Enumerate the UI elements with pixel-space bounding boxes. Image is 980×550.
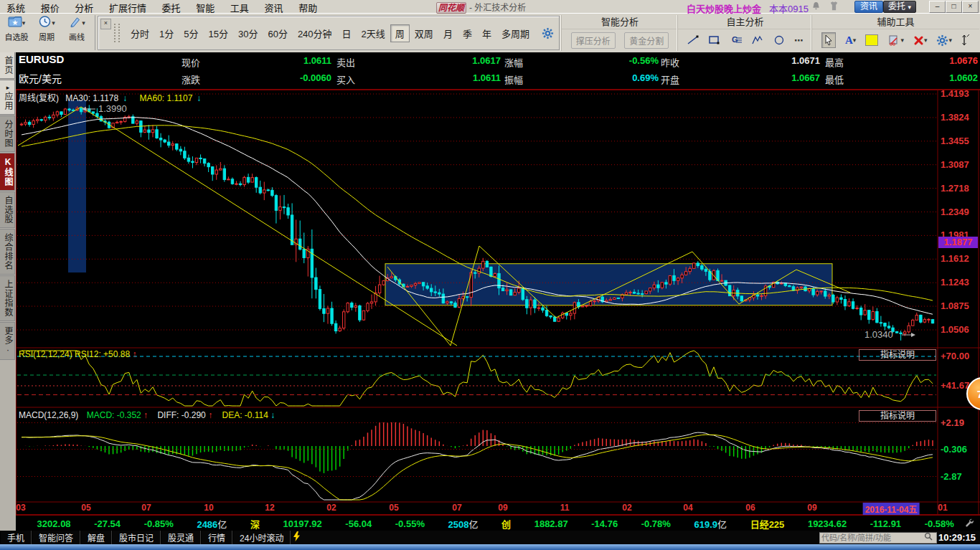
index-quotes: 沪3202.08-27.54-0.85%2486亿深10197.92-56.04… (0, 517, 958, 531)
trade-button[interactable]: 委托 ▾ (883, 1, 916, 13)
clock-icon (38, 15, 52, 30)
timeframe-双周[interactable]: 双周 (410, 24, 438, 42)
quote-label-change-pct: 涨幅 (504, 55, 523, 69)
more-tools-icon[interactable]: ⋯ (794, 35, 804, 46)
macd-legend: MACD(12,26,9) MACD: -0.352 ↑ DIFF: -0.29… (19, 410, 275, 420)
settings-wrench-icon[interactable] (964, 518, 974, 530)
timeframe-年[interactable]: 年 (477, 24, 496, 42)
menu-help[interactable]: 帮助 (292, 0, 324, 15)
news-button[interactable]: 资讯 (854, 1, 883, 13)
menu-tools[interactable]: 工具 (224, 0, 255, 15)
quote-label-high: 最高 (825, 55, 844, 69)
quick-button-label: 自选股 (1, 31, 32, 42)
taskbar-item-解盘[interactable]: 解盘 (80, 531, 112, 544)
timeframe-分时[interactable]: 分时 (126, 24, 154, 42)
wave-tool-icon[interactable] (751, 34, 764, 46)
menu-system[interactable]: 系统 (0, 0, 32, 15)
promo-link[interactable]: 白天炒股晚上炒金 (687, 1, 761, 15)
menu-quotes[interactable]: 报价 (34, 0, 66, 15)
quick-buttons-group: ★▾ 自选股 ▾ 周期 ▾ 画线 (1, 15, 95, 50)
candlestick-chart[interactable]: 1.39901.0340 (16, 90, 980, 515)
index-turnover: 2486亿 (197, 517, 227, 531)
watchlist-button[interactable]: ★▾ 自选股 (1, 15, 32, 49)
menu-analysis[interactable]: 分析 (68, 0, 100, 15)
close-icon[interactable]: × (100, 19, 111, 29)
taskbar-item-行情[interactable]: 行情 (201, 531, 232, 544)
bottom-taskbar: 手机智能问答解盘股市日记股灵通行情24小时滚动 10:29:15 (0, 531, 980, 544)
arrow-down-icon: ↓ (270, 410, 275, 420)
sidebar-item-home[interactable]: 首页 (0, 52, 15, 79)
sidebar-item-shanghai-index[interactable]: 上证指数 (0, 275, 15, 321)
sidebar-item-more[interactable]: 更多· (0, 322, 15, 360)
restore-button[interactable]: □ (946, 1, 962, 13)
index-name: 创 (501, 517, 511, 531)
period-button[interactable]: ▾ 周期 (32, 15, 62, 49)
username-label[interactable]: 本本0915 (769, 1, 809, 15)
menu-extended-quotes[interactable]: 扩展行情 (103, 0, 153, 15)
rectangle-tool-icon[interactable] (708, 34, 721, 46)
quote-value-change-pct: -0.56% (595, 55, 659, 66)
timeframe-1分[interactable]: 1分 (154, 24, 179, 42)
taskbar-item-24小时滚动[interactable]: 24小时滚动 (232, 531, 291, 544)
chevron-down-icon: ▾ (924, 37, 928, 44)
delete-tool-icon[interactable]: ▾ (913, 35, 928, 46)
color-swatch[interactable] (865, 34, 878, 46)
taskbar-item-手机[interactable]: 手机 (0, 531, 32, 544)
golden-ratio-button[interactable]: 黄金分割 (624, 32, 669, 49)
index-turnover: 619.9亿 (694, 517, 727, 531)
sidebar-item-kline[interactable]: K线图 (0, 153, 15, 191)
timeframe-settings-gear-icon[interactable] (542, 27, 554, 39)
text-tool-icon[interactable]: A▾ (845, 34, 856, 47)
index-change: -27.54 (94, 518, 121, 529)
arrow-up-icon: ↑ (208, 410, 212, 420)
timeframe-2天线[interactable]: 2天线 (357, 24, 390, 42)
sidebar-item-apps[interactable]: ▸应用 (0, 80, 15, 115)
timeframe-日[interactable]: 日 (337, 24, 357, 42)
taskbar-item-股市日记[interactable]: 股市日记 (112, 531, 161, 544)
taskbar-item-智能问答[interactable]: 智能问答 (32, 531, 80, 544)
gann-tool-icon[interactable]: G (730, 34, 743, 46)
macd-help-button[interactable]: 指标说明 (859, 410, 936, 422)
settings-gear-icon[interactable]: ▾ (936, 34, 952, 47)
search-input[interactable] (819, 532, 937, 544)
measure-tool-icon[interactable] (961, 34, 970, 47)
menu-trade[interactable]: 委托 (156, 0, 187, 15)
trade-button-label: 委托 (888, 1, 905, 11)
draw-line-button[interactable]: ▾ 画线 (62, 15, 92, 49)
manual-analysis-column: 自主分析 G ⋯ (677, 15, 812, 51)
shirt-icon[interactable] (829, 1, 839, 14)
taskbar-item-股灵通[interactable]: 股灵通 (161, 531, 201, 544)
search-icon[interactable] (924, 532, 933, 543)
close-button[interactable]: × (962, 1, 979, 13)
macd-name: MACD(12,26,9) (19, 410, 78, 420)
trendline-tool-icon[interactable] (687, 34, 699, 46)
rsi-help-button[interactable]: 指标说明 (859, 349, 936, 361)
drag-handle[interactable] (114, 24, 120, 42)
timeframe-周[interactable]: 周 (390, 24, 410, 42)
timeframe-60分[interactable]: 60分 (263, 24, 292, 42)
quote-label-open: 开盘 (661, 72, 679, 86)
sidebar-item-watchlist[interactable]: 自选股 (0, 191, 15, 228)
sidebar-item-intraday[interactable]: 分时图 (0, 115, 15, 152)
bell-icon[interactable] (811, 1, 821, 14)
chevron-down-icon: ▾ (853, 37, 857, 44)
support-pressure-button[interactable]: 撑压分析 (571, 32, 616, 49)
timeframe-5分[interactable]: 5分 (179, 24, 203, 42)
minimize-button[interactable]: – (929, 1, 946, 13)
timeframe-240分钟[interactable]: 240分钟 (293, 24, 337, 42)
timeframe-15分[interactable]: 15分 (203, 24, 232, 42)
menu-news[interactable]: 资讯 (258, 0, 289, 15)
sidebar-item-ranking[interactable]: 综合排名 (0, 229, 15, 275)
menu-smart[interactable]: 智能 (189, 0, 221, 15)
timeframe-季[interactable]: 季 (458, 24, 477, 42)
timeframe-月[interactable]: 月 (438, 24, 458, 42)
chevron-down-icon: ▾ (22, 19, 26, 27)
timeframe-多周期[interactable]: 多周期 (496, 24, 534, 42)
quote-label-prev-close: 昨收 (661, 55, 679, 69)
rsi-legend: RSI(12,12,24) RSI12: +50.88 ↑ (19, 349, 136, 359)
snip-tool-icon[interactable]: ▾ (887, 34, 904, 46)
ellipse-tool-icon[interactable] (773, 34, 786, 46)
index-change: -112.91 (870, 518, 901, 529)
timeframe-30分[interactable]: 30分 (233, 24, 263, 42)
cursor-tool-icon[interactable] (821, 32, 836, 48)
